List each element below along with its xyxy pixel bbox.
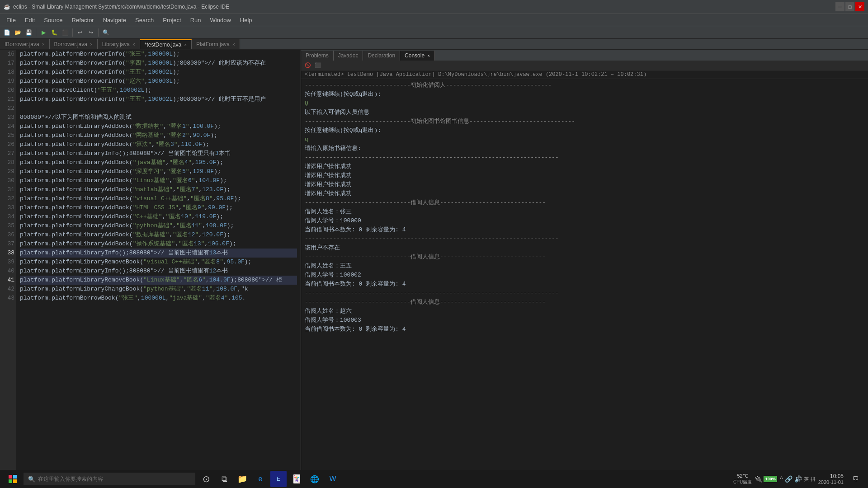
code-line: platform.platformLibraryRemoveBook("Linu… (20, 276, 297, 285)
code-line: platform.platformLibraryAddBook("数据结构","… (20, 122, 297, 131)
close-button[interactable]: ✕ (855, 2, 864, 11)
editor-tab[interactable]: PlatForm.java× (192, 39, 240, 49)
menu-item-navigate[interactable]: Navigate (99, 15, 131, 25)
window-controls: ─ □ ✕ (835, 2, 864, 11)
menu-item-run[interactable]: Run (186, 15, 206, 25)
panel-tabs: ProblemsJavadocDeclarationConsole × (301, 50, 868, 61)
toolbar-btn-save[interactable]: 💾 (24, 28, 33, 38)
taskbar-multitask[interactable]: ⧉ (216, 471, 232, 487)
battery-display: 🔌 100% (755, 475, 777, 483)
menu-item-refactor[interactable]: Refactor (67, 15, 99, 25)
tray-network[interactable]: 🔗 (785, 475, 793, 483)
code-line: platform.platformBorrowerInfo("李四",10000… (20, 59, 297, 68)
menu-item-search[interactable]: Search (131, 15, 158, 25)
menu-item-file[interactable]: File (2, 15, 20, 25)
tab-close-btn[interactable]: × (42, 42, 45, 47)
tab-bar: IBorrower.java×Borrower.java×Library.jav… (0, 39, 868, 50)
editor-tab[interactable]: IBorrower.java× (0, 39, 50, 49)
tray-expand[interactable]: ^ (780, 475, 783, 483)
code-content[interactable]: platform.platformBorrowerInfo("张三",10000… (16, 50, 301, 470)
panel-tab-close[interactable]: × (427, 53, 430, 58)
editor-tab[interactable]: Library.java× (98, 39, 140, 49)
console-line: 当前借阅书本数为: 0 剩余容量为: 4 (305, 325, 864, 334)
code-line: platform.platformBorrowerInfo("赵六",10000… (20, 77, 297, 86)
code-line: platform.platformLibraryAddBook("matlab基… (20, 185, 297, 194)
start-button[interactable] (4, 470, 22, 488)
taskbar-search[interactable]: 🔍 (24, 473, 195, 485)
maximize-button[interactable]: □ (845, 2, 854, 11)
main-area: 1617181920212223242526272829303132333435… (0, 50, 868, 470)
menu-item-project[interactable]: Project (158, 15, 185, 25)
taskbar-chrome[interactable]: 🌐 (307, 471, 323, 487)
code-line (20, 104, 297, 113)
notification-icon[interactable]: 🗨 (847, 471, 863, 487)
taskbar-search-input[interactable] (38, 476, 191, 482)
menubar: FileEditSourceRefactorNavigateSearchProj… (0, 14, 868, 26)
panel-tab-problems[interactable]: Problems (301, 51, 334, 61)
toolbar-btn-open[interactable]: 📂 (13, 28, 23, 38)
minimize-button[interactable]: ─ (835, 2, 844, 11)
console-output[interactable]: ------------------------------初始化借阅人----… (301, 79, 868, 470)
console-line: 借阅人姓名：王五 (305, 262, 864, 271)
line-number: 33 (2, 203, 14, 212)
line-number: 20 (2, 86, 14, 95)
code-line: platform.platformLibraryAddBook("visual … (20, 194, 297, 203)
taskbar-word[interactable]: W (325, 471, 341, 487)
line-number: 21 (2, 95, 14, 104)
code-line: platform.platformBorrowerInfo("王五",10000… (20, 68, 297, 77)
panel-tab-console[interactable]: Console × (400, 51, 435, 61)
sys-tray: ^ 🔗 🔊 英 拼 (780, 475, 816, 483)
tray-sound[interactable]: 🔊 (794, 475, 802, 483)
tab-close-btn[interactable]: × (184, 42, 187, 47)
menu-item-help[interactable]: Help (236, 15, 257, 25)
line-number: 28 (2, 158, 14, 167)
menu-item-source[interactable]: Source (39, 15, 67, 25)
line-number: 40 (2, 267, 14, 276)
toolbar-btn-new[interactable]: 📄 (2, 28, 12, 38)
taskbar-explorer[interactable]: 📁 (234, 471, 250, 487)
taskbar: 🔍 ⊙ ⧉ 📁 e E 🃏 🌐 W 52℃ CPU温度 🔌 100% ^ 🔗 🔊… (0, 470, 868, 488)
toolbar-btn-stop[interactable]: ⬛ (60, 28, 70, 38)
tab-close-btn[interactable]: × (232, 42, 235, 47)
tab-close-btn[interactable]: × (90, 42, 93, 47)
tray-keyboard[interactable]: 英 (804, 476, 809, 483)
code-line: platform.platformLibraryInfo(); 808080">… (20, 149, 297, 158)
console-line: ------------------------------借阅人信息-----… (305, 198, 864, 207)
editor-tab[interactable]: Borrower.java× (50, 39, 98, 49)
line-number: 29 (2, 167, 14, 176)
panel-tab-javadoc[interactable]: Javadoc (334, 51, 363, 61)
line-number: 22 (2, 104, 14, 113)
toolbar-btn-debug[interactable]: 🐛 (49, 28, 59, 38)
menu-item-window[interactable]: Window (206, 15, 236, 25)
toolbar-btn-redo[interactable]: ↪ (86, 28, 96, 38)
window-title: eclips - Small Library Management System… (13, 4, 229, 10)
line-number: 32 (2, 194, 14, 203)
code-line: platform.removeClient("王五", 100002L); (20, 86, 297, 95)
toolbar-btn-undo[interactable]: ↩ (75, 28, 85, 38)
toolbar-btn-run[interactable]: ▶ (38, 28, 48, 38)
console-line: q (305, 135, 864, 144)
right-panel: ProblemsJavadocDeclarationConsole × 🚫 ⬛ … (301, 50, 868, 470)
code-line: platform.platformLibraryAddBook("C++基础",… (20, 212, 297, 221)
console-line: ------------------------------初始化图书馆图书信息… (305, 117, 864, 126)
console-stop-btn[interactable]: ⬛ (313, 61, 323, 70)
tab-close-btn[interactable]: × (132, 42, 135, 47)
editor-tab[interactable]: *testDemo.java× (140, 39, 192, 49)
line-number: 18 (2, 68, 14, 77)
taskbar-eclipse[interactable]: E (270, 471, 287, 487)
taskbar-cortana[interactable]: ⊙ (198, 471, 214, 487)
console-clear-btn[interactable]: 🚫 (303, 61, 313, 70)
tray-ime[interactable]: 拼 (811, 476, 816, 483)
console-line: 借阅人学号：100002 (305, 271, 864, 280)
titlebar: ☕ eclips - Small Library Management Syst… (0, 0, 868, 14)
line-number: 19 (2, 77, 14, 86)
app-icon: ☕ (4, 4, 10, 10)
panel-tab-declaration[interactable]: Declaration (363, 51, 400, 61)
console-line: ----------------------------------------… (305, 289, 864, 298)
menu-item-edit[interactable]: Edit (20, 15, 39, 25)
console-header: <terminated> testDemo [Java Application]… (301, 70, 868, 79)
time-block[interactable]: 10:05 2020-11-01 (818, 473, 844, 485)
toolbar-btn-search[interactable]: 🔍 (101, 28, 111, 38)
taskbar-edge[interactable]: e (252, 471, 269, 487)
taskbar-app2[interactable]: 🃏 (288, 471, 305, 487)
